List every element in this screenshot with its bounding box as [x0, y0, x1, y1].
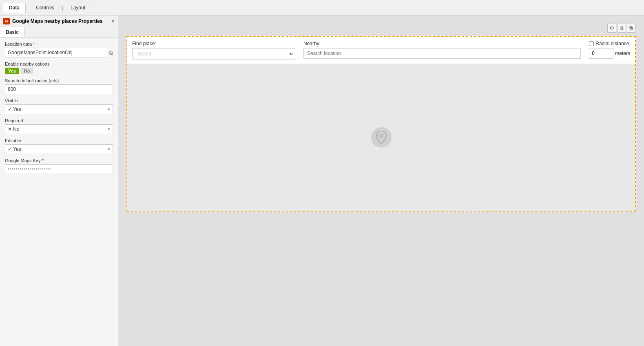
tab-data[interactable]: Data: [3, 3, 26, 13]
visible-label: Visible: [5, 98, 113, 103]
google-maps-key-label: Google Maps Key *: [5, 158, 113, 163]
visible-select[interactable]: ✓ Yes No: [5, 104, 113, 114]
required-label: Required: [5, 118, 113, 123]
copy-icon[interactable]: ⧉: [109, 49, 113, 56]
tab-layout[interactable]: Layout: [65, 3, 91, 13]
location-pin-icon: [376, 131, 387, 144]
tab-basic[interactable]: Basic: [0, 27, 25, 37]
editable-select[interactable]: ✓ Yes No: [5, 144, 113, 154]
meters-label: meters: [615, 51, 630, 56]
radial-distance-input[interactable]: [589, 48, 613, 59]
search-radius-input[interactable]: [5, 84, 113, 94]
find-place-group: Find place: Select: [132, 41, 295, 60]
map-area: [127, 64, 635, 211]
required-star-key: *: [42, 158, 43, 163]
widget-header: Find place: Select Nearby:: [127, 37, 635, 64]
copy-widget-icon[interactable]: ⧉: [617, 24, 626, 33]
tab-separator2: |: [62, 5, 63, 11]
properties-title-bar: G Google Maps nearby places Properties ×: [0, 15, 118, 27]
google-maps-key-group: Google Maps Key *: [5, 158, 113, 173]
widget-toolbar: ⚙ ⧉ 🗑: [607, 24, 636, 33]
editable-group: Editable ✓ Yes No: [5, 138, 113, 154]
enable-nearby-group: Enable nearby options Yes No: [5, 62, 113, 74]
tab-separator: |: [27, 5, 29, 11]
location-data-label: Location data *: [5, 42, 113, 46]
find-place-select[interactable]: Select: [132, 48, 295, 60]
settings-icon[interactable]: ⚙: [607, 24, 616, 33]
visible-group: Visible ✓ Yes No: [5, 98, 113, 114]
search-radius-group: Search default radius (mts): [5, 78, 113, 94]
visible-select-wrapper: ✓ Yes No: [5, 104, 113, 114]
close-button[interactable]: ×: [111, 18, 115, 24]
right-content: ⚙ ⧉ 🗑 Find place: Select: [118, 15, 644, 346]
location-data-group: Location data * ⧉: [5, 42, 113, 57]
radial-input-row: meters: [589, 48, 630, 59]
map-pin: [371, 127, 392, 148]
inner-tab-bar: Basic: [0, 27, 118, 37]
google-maps-icon: G: [3, 18, 10, 24]
search-location-input[interactable]: [303, 48, 581, 59]
svg-point-0: [380, 134, 383, 137]
toggle-no-button[interactable]: No: [21, 68, 33, 74]
radial-distance-checkbox[interactable]: [589, 41, 594, 46]
top-tab-bar: Data | Controls | Layout: [0, 0, 644, 15]
required-group: Required Yes ✕ No: [5, 118, 113, 134]
editable-label: Editable: [5, 138, 113, 143]
required-select-wrapper: Yes ✕ No: [5, 124, 113, 134]
properties-title-text: Google Maps nearby places Properties: [12, 18, 102, 24]
tab-controls[interactable]: Controls: [30, 3, 60, 13]
nearby-group: Nearby:: [303, 41, 581, 59]
find-place-label: Find place:: [132, 41, 295, 46]
widget-wrap: ⚙ ⧉ 🗑 Find place: Select: [126, 36, 636, 212]
title-left: G Google Maps nearby places Properties: [3, 18, 102, 24]
toggle-yes-button[interactable]: Yes: [5, 68, 19, 74]
location-data-input-row: ⧉: [5, 48, 113, 57]
google-maps-key-input[interactable]: [5, 164, 113, 173]
nearby-label: Nearby:: [303, 41, 581, 46]
widget-container: Find place: Select Nearby:: [126, 36, 636, 212]
left-panel: G Google Maps nearby places Properties ×…: [0, 15, 118, 346]
enable-nearby-toggle: Yes No: [5, 68, 113, 74]
find-place-select-wrapper: Select: [132, 48, 295, 60]
delete-widget-icon[interactable]: 🗑: [627, 24, 636, 33]
form-area: Location data * ⧉ Enable nearby options …: [0, 37, 118, 346]
radial-distance-group: Radial distance meters: [589, 41, 630, 59]
location-data-input[interactable]: [5, 48, 107, 57]
main-layout: G Google Maps nearby places Properties ×…: [0, 15, 644, 346]
required-select[interactable]: Yes ✕ No: [5, 124, 113, 134]
radial-distance-label: Radial distance: [595, 41, 629, 46]
required-star-location: *: [33, 42, 35, 46]
radial-label-row: Radial distance: [589, 41, 630, 46]
editable-select-wrapper: ✓ Yes No: [5, 144, 113, 154]
enable-nearby-label: Enable nearby options: [5, 62, 113, 66]
search-radius-label: Search default radius (mts): [5, 78, 113, 83]
